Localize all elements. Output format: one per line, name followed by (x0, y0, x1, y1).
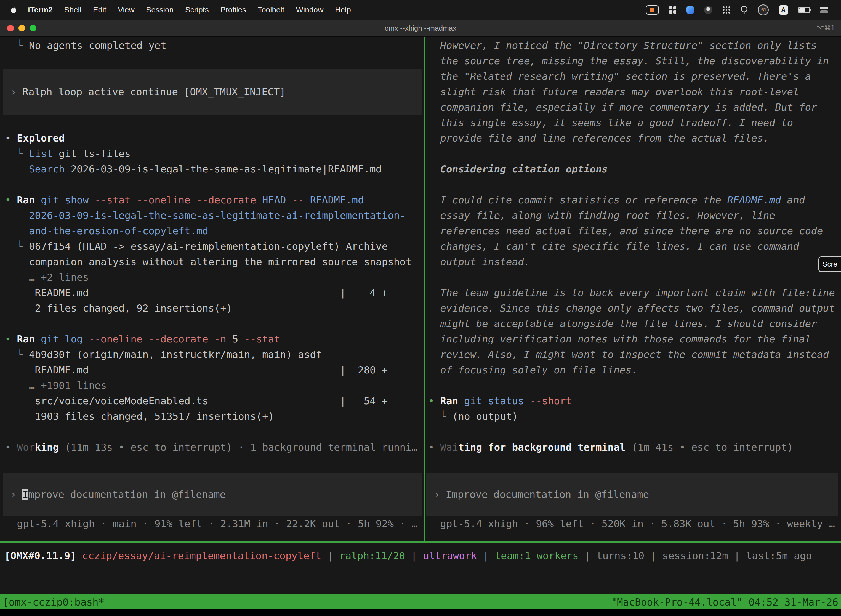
tmux-session-window[interactable]: [omx-cczip0:bash* (3, 596, 104, 608)
text-run: The team guideline is to back every impo… (440, 287, 835, 298)
thinking-log: However, I noticed the "Directory Struct… (428, 38, 841, 455)
scrollback-tail: └ No agents completed yet (5, 38, 424, 69)
model-status-line: gpt-5.4 xhigh · 96% left · 520K in · 5.8… (428, 516, 841, 532)
text-run (256, 194, 262, 205)
text-run (524, 395, 530, 406)
omx-status-segment: cczip/essay/ai-reimplementation-copyleft (82, 550, 321, 561)
text-run: README.md | 280 + (5, 364, 388, 375)
grid-icon[interactable] (669, 6, 677, 14)
text-run: • (5, 194, 17, 205)
text-run: However, I noticed the "Directory Struct… (440, 40, 817, 51)
menu-item-edit[interactable]: Edit (87, 6, 112, 14)
text-run: (1m 41s • esc to interrupt) (626, 441, 793, 453)
terminal-line: • Waiting for background terminal (1m 41… (428, 440, 841, 455)
shortcuts-icon[interactable] (687, 6, 694, 14)
text-run (5, 163, 29, 175)
text-run (35, 194, 41, 205)
menu-item-toolbelt[interactable]: Toolbelt (252, 6, 290, 14)
terminal-line: └ List git ls-files (5, 146, 424, 161)
model-status-line: gpt-5.4 xhigh · main · 91% left · 2.31M … (5, 516, 424, 532)
screen-recording-indicator[interactable] (646, 5, 659, 15)
text-run (304, 194, 310, 205)
text-run: output instead. (440, 256, 530, 267)
text-run: mprove documentation in @filename (28, 489, 226, 500)
badge-61-icon[interactable]: .61 (757, 4, 769, 15)
dots-grid-icon[interactable] (722, 6, 731, 14)
prompt-box[interactable]: › Improve documentation in @filename (3, 473, 422, 516)
text-run (238, 333, 244, 345)
circle-dark-icon[interactable] (704, 6, 712, 14)
omx-status-segment: last:5m ago (746, 550, 812, 561)
text-run (428, 364, 440, 375)
text-run (5, 225, 29, 236)
menu-item-profiles[interactable]: Profiles (215, 6, 252, 14)
terminal-line: • Ran git show --stat --oneline --decora… (5, 192, 424, 208)
readme-link: README.md (727, 194, 781, 205)
hub-icon[interactable] (741, 6, 748, 14)
terminal-line: › Improve documentation in @filename (10, 488, 422, 501)
text-run (428, 163, 440, 175)
text-run: Wor (17, 441, 35, 453)
text-run: • (428, 395, 440, 406)
text-run: --short (530, 395, 572, 406)
terminal-line: 1903 files changed, 513517 insertions(+) (5, 409, 424, 424)
menu-item-shell[interactable]: Shell (59, 6, 87, 14)
right-terminal-pane[interactable]: However, I noticed the "Directory Struct… (425, 37, 841, 541)
bottom-strip (0, 609, 841, 616)
text-run: HEAD (262, 194, 286, 205)
window-title-bar[interactable]: omx --xhigh --madmax ⌥⌘1 (0, 20, 841, 37)
terminal-line: slight risk that future readers may over… (428, 84, 841, 100)
terminal-line (428, 270, 841, 285)
text-run: git log (41, 333, 83, 345)
menu-item-window[interactable]: Window (290, 6, 330, 14)
text-run: Explored (17, 132, 64, 144)
text-run (428, 55, 440, 66)
screen-edge-chip[interactable]: Scre (818, 257, 841, 272)
text-run (428, 333, 440, 345)
text-run: evidence. Since this change only affects… (440, 302, 835, 314)
text-run: slight risk that future readers may over… (440, 86, 799, 97)
text-run: --stat (244, 333, 280, 345)
agent-log: • Explored └ List git ls-files Search 20… (5, 115, 424, 455)
terminal-line: of focusing solely on file lines. (428, 362, 841, 378)
left-terminal-pane[interactable]: └ No agents completed yet › Ralph loop a… (0, 37, 424, 541)
text-run: might be acceptable alongside the file l… (440, 318, 817, 329)
omx-status-segment: team:1 workers (495, 550, 578, 561)
ralph-inject-box[interactable]: › Ralph loop active continue [OMX_TMUX_I… (3, 69, 422, 115)
terminal-line: README.md | 4 + (5, 285, 424, 301)
menu-item-view[interactable]: View (112, 6, 140, 14)
input-source-icon[interactable]: A (779, 5, 788, 15)
menu-item-help[interactable]: Help (329, 6, 357, 14)
terminal-line: evidence. Since this change only affects… (428, 301, 841, 316)
text-run: › (10, 86, 22, 97)
text-run: the source tree, missing the essay. Stil… (440, 55, 829, 66)
text-run: the "Related research writing" section i… (440, 70, 811, 82)
omx-status-segment: | (405, 550, 423, 561)
terminal-line: this single essay, it seems like a good … (428, 115, 841, 131)
text-run: src/voice/voiceModeEnabled.ts | 54 + (5, 395, 388, 406)
text-run: Considering citation options (440, 163, 608, 175)
text-run: README.md | 4 + (5, 287, 388, 298)
omx-status-line: [OMX#0.11.9] cczip/essay/ai-reimplementa… (4, 548, 841, 563)
menu-item-iterm2[interactable]: iTerm2 (22, 6, 59, 14)
text-run: README.md (310, 194, 364, 205)
text-run: this single essay, it seems like a good … (440, 117, 793, 128)
terminal-line (5, 53, 424, 69)
menu-item-session[interactable]: Session (140, 6, 179, 14)
apple-menu-icon[interactable] (9, 4, 18, 15)
prompt-box[interactable]: › Improve documentation in @filename (426, 473, 838, 516)
terminal-line (428, 146, 841, 161)
control-center-icon[interactable] (820, 6, 829, 14)
omx-status-segment: [OMX#0.11.9] (4, 550, 82, 561)
terminal-line: └ (no output) (428, 409, 841, 424)
battery-icon[interactable] (798, 7, 810, 13)
text-run (83, 333, 89, 345)
omx-status-segment: turns:10 (596, 550, 644, 561)
omx-status-segment: session:12m (662, 550, 728, 561)
text-run: 1903 files changed, 513517 insertions(+) (5, 411, 274, 422)
text-run (458, 395, 464, 406)
text-run (428, 349, 440, 360)
menu-item-scripts[interactable]: Scripts (179, 6, 215, 14)
terminal-line: 2026-03-09-is-legal-the-same-as-legitima… (5, 208, 424, 223)
terminal-line: The team guideline is to back every impo… (428, 285, 841, 301)
